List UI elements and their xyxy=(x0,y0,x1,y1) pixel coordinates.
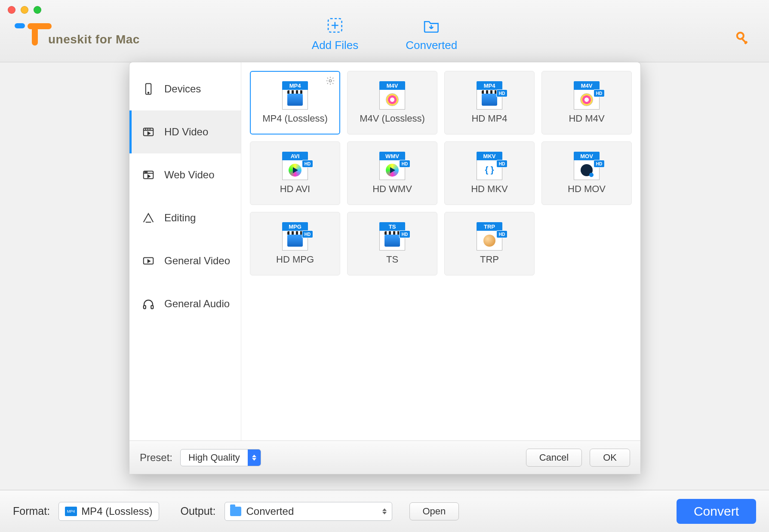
zoom-window-button[interactable] xyxy=(34,6,41,14)
ok-button[interactable]: OK xyxy=(590,449,630,467)
svg-point-7 xyxy=(148,92,149,94)
format-label: HD MP4 xyxy=(471,113,507,124)
format-label: HD MOV xyxy=(568,183,606,195)
format-tag: MOV xyxy=(574,152,600,160)
stepper-icon xyxy=(382,508,387,514)
format-file-icon: MKV{ }HD xyxy=(475,152,504,180)
sidebar-label: General Audio xyxy=(164,298,230,310)
format-tag: M4V xyxy=(379,81,405,90)
sidebar-item-devices[interactable]: Devices xyxy=(129,67,241,110)
format-label: HD M4V xyxy=(569,113,604,124)
format-mini-icon xyxy=(65,507,77,516)
format-label: M4V (Lossless) xyxy=(360,113,425,124)
minimize-window-button[interactable] xyxy=(21,6,28,14)
category-sidebar: Devices HD Video Web Video Editing Gener… xyxy=(129,62,241,440)
add-files-button[interactable]: Add Files xyxy=(312,16,358,52)
format-grid: MP4MP4 (Lossless)M4VM4V (Lossless)MP4HDH… xyxy=(241,62,640,440)
format-file-icon: WMVHD xyxy=(378,152,406,180)
format-popover: Devices HD Video Web Video Editing Gener… xyxy=(129,62,641,474)
film-icon xyxy=(142,125,155,138)
hd-badge: HD xyxy=(497,231,507,238)
preset-value: High Quality xyxy=(181,452,248,463)
popover-body: Devices HD Video Web Video Editing Gener… xyxy=(129,62,640,440)
format-tag: WMV xyxy=(379,152,405,160)
sidebar-item-web-video[interactable]: Web Video xyxy=(129,153,241,196)
format-tile-hd-mp4[interactable]: MP4HDHD MP4 xyxy=(444,71,535,135)
output-value: Converted xyxy=(246,505,294,517)
format-body xyxy=(282,90,308,110)
svg-point-16 xyxy=(145,172,146,173)
sidebar-item-general-audio[interactable]: General Audio xyxy=(129,282,241,325)
logo-text: uneskit for Mac xyxy=(48,33,140,46)
app-logo: uneskit for Mac xyxy=(15,23,140,46)
format-tag: MPG xyxy=(282,222,308,231)
svg-marker-13 xyxy=(148,132,150,135)
sidebar-label: Web Video xyxy=(164,169,215,181)
format-label: Format: xyxy=(13,505,50,517)
converted-label: Converted xyxy=(406,39,457,52)
format-tile-ts[interactable]: TSHDTS xyxy=(347,212,437,275)
format-tag: MP4 xyxy=(282,81,308,90)
format-tile-hd-mov[interactable]: MOVHDHD MOV xyxy=(541,141,632,205)
svg-point-17 xyxy=(146,172,147,173)
converted-button[interactable]: Converted xyxy=(406,16,457,52)
format-tile-hd-m4v[interactable]: M4VHDHD M4V xyxy=(541,71,632,135)
bottom-bar: Format: MP4 (Lossless) Output: Converted… xyxy=(0,490,769,532)
format-file-icon: MP4 xyxy=(281,81,309,110)
format-tile-trp[interactable]: TRPHDTRP xyxy=(444,212,535,275)
headphones-icon xyxy=(142,297,155,310)
svg-marker-21 xyxy=(148,260,150,263)
format-select[interactable]: MP4 (Lossless) xyxy=(58,502,159,521)
output-label: Output: xyxy=(181,505,216,517)
open-button[interactable]: Open xyxy=(409,502,459,520)
sidebar-item-hd-video[interactable]: HD Video xyxy=(129,110,241,153)
format-file-icon: MPGHD xyxy=(281,222,309,251)
hd-badge: HD xyxy=(302,160,313,167)
format-value: MP4 (Lossless) xyxy=(81,505,152,517)
svg-rect-23 xyxy=(151,306,153,309)
format-tile-hd-avi[interactable]: AVIHDHD AVI xyxy=(250,141,340,205)
convert-button[interactable]: Convert xyxy=(677,499,756,524)
cancel-button[interactable]: Cancel xyxy=(526,449,582,467)
format-label: HD WMV xyxy=(372,183,412,195)
format-tile-mp4-lossless-[interactable]: MP4MP4 (Lossless) xyxy=(250,71,340,135)
format-label: TS xyxy=(386,254,398,265)
format-file-icon: M4VHD xyxy=(572,81,601,110)
format-label: HD MKV xyxy=(471,183,508,195)
sidebar-item-general-video[interactable]: General Video xyxy=(129,239,241,282)
add-files-icon xyxy=(326,16,344,34)
sidebar-item-editing[interactable]: Editing xyxy=(129,196,241,239)
hd-badge: HD xyxy=(594,160,604,167)
hd-badge: HD xyxy=(302,231,313,238)
format-file-icon: M4V xyxy=(378,81,406,110)
format-tile-hd-mpg[interactable]: MPGHDHD MPG xyxy=(250,212,340,275)
preset-select[interactable]: High Quality xyxy=(180,449,261,466)
output-select[interactable]: Converted xyxy=(225,502,392,521)
gear-icon[interactable] xyxy=(326,76,335,87)
logo-accent-bar xyxy=(15,23,25,28)
format-tile-hd-wmv[interactable]: WMVHDHD WMV xyxy=(347,141,437,205)
svg-rect-22 xyxy=(144,306,146,309)
hd-badge: HD xyxy=(400,160,410,167)
svg-marker-18 xyxy=(148,175,150,177)
format-tile-hd-mkv[interactable]: MKV{ }HDHD MKV xyxy=(444,141,535,205)
format-tile-m4v-lossless-[interactable]: M4VM4V (Lossless) xyxy=(347,71,437,135)
folder-mini-icon xyxy=(230,507,241,516)
preset-label: Preset: xyxy=(140,452,172,464)
format-label: MP4 (Lossless) xyxy=(262,113,328,124)
toolbar-center-actions: Add Files Converted xyxy=(312,16,457,52)
toolbar: uneskit for Mac Add Files Converted xyxy=(0,0,769,62)
format-tag: MKV xyxy=(477,152,502,160)
video-icon xyxy=(142,254,155,267)
format-body xyxy=(379,90,405,110)
hd-badge: HD xyxy=(497,90,507,97)
sidebar-label: HD Video xyxy=(164,126,208,138)
hd-badge: HD xyxy=(400,231,410,238)
key-icon[interactable] xyxy=(735,30,752,47)
format-tag: M4V xyxy=(574,81,600,90)
add-files-label: Add Files xyxy=(312,39,358,52)
sidebar-label: Devices xyxy=(164,83,201,95)
close-window-button[interactable] xyxy=(8,6,15,14)
window-controls xyxy=(8,6,41,14)
sidebar-label: Editing xyxy=(164,212,196,224)
